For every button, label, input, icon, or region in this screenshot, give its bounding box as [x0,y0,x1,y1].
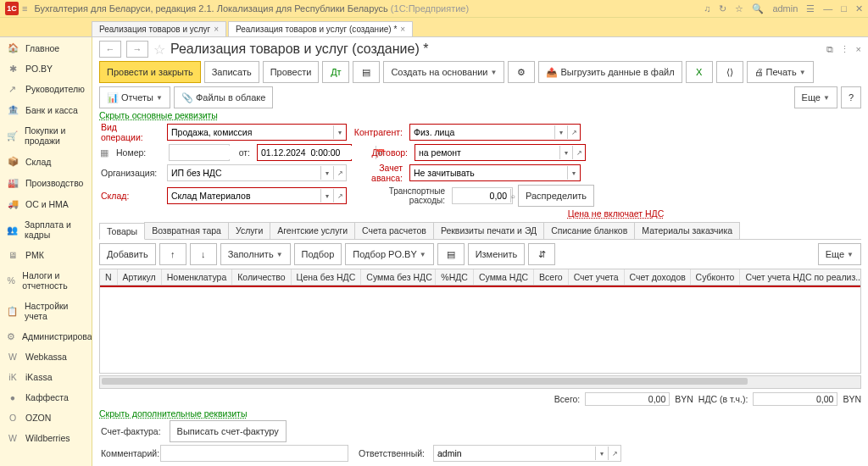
counterparty-input[interactable] [410,125,554,139]
nav-back-button[interactable]: ← [99,41,121,58]
transport-field[interactable]: ⌕ [452,187,513,204]
tab-close-icon[interactable]: × [214,25,219,34]
grid-header[interactable]: Артикул [118,269,162,285]
transport-input[interactable] [453,189,510,202]
grid-header[interactable]: %НДС [436,269,474,285]
tab-active[interactable]: Реализация товаров и услуг (создание) * … [228,21,413,36]
sidebar-item-9[interactable]: 🖥РМК [0,245,92,265]
write-sf-button[interactable]: Выписать счет-фактуру [170,420,287,442]
calc-icon[interactable]: ⌕ [510,189,515,202]
grid-header[interactable]: Всего [534,269,569,285]
advance-field[interactable]: ▾ [409,164,581,181]
date-field[interactable]: 📅 [257,144,352,161]
sidebar-item-8[interactable]: 👥Зарплата и кадры [0,214,92,245]
open-icon[interactable]: ↗ [333,189,346,202]
open-icon[interactable]: ↗ [567,125,580,139]
print-button[interactable]: 🖨 Печать▼ [747,61,814,83]
change-button[interactable]: Изменить [468,243,526,265]
sidebar-item-14[interactable]: iKiKassa [0,367,92,387]
add-row-button[interactable]: Добавить [99,243,156,265]
create-based-button[interactable]: Создать на основании▼ [383,61,504,83]
dropdown-icon[interactable]: ▾ [554,125,567,139]
dropdown-icon[interactable]: ▾ [595,447,608,460]
dropdown-icon[interactable]: ▾ [567,166,580,180]
grid-header[interactable]: Количество [232,269,291,285]
post-button[interactable]: Провести [263,61,320,83]
history-icon[interactable]: ↻ [719,3,726,14]
extra-icon-button[interactable]: ⇵ [528,243,555,265]
dt-icon-button[interactable]: Дт [322,61,349,83]
pick-button[interactable]: Подбор [294,243,342,265]
op-type-input[interactable] [168,125,333,139]
horizontal-scrollbar[interactable] [99,375,861,389]
dropdown-icon[interactable]: ▾ [559,146,572,159]
nav-fwd-button[interactable]: → [126,41,148,58]
pick-po-button[interactable]: Подбор PO.BY▼ [345,243,433,265]
inner-tab-1[interactable]: Возвратная тара [144,222,229,239]
resp-field[interactable]: ▾ ↗ [433,445,621,462]
minimize-icon[interactable]: — [823,3,832,14]
inner-tab-6[interactable]: Списание бланков [543,222,635,239]
grid-header[interactable]: Счет учета НДС по реализ... [740,269,861,285]
post-close-button[interactable]: Провести и закрыть [99,61,201,83]
counterparty-field[interactable]: ▾ ↗ [409,124,581,141]
sidebar-item-0[interactable]: 🏠Главное [0,37,92,58]
sidebar-item-4[interactable]: 🛒Покупки и продажи [0,120,92,151]
org-input[interactable] [168,166,320,180]
org-field[interactable]: ▾ ↗ [167,164,347,181]
sidebar-item-13[interactable]: WWebkassa [0,347,92,367]
upload-file-button[interactable]: 📤 Выгрузить данные в файл [538,61,682,83]
grid-header[interactable]: Цена без НДС [292,269,362,285]
excel-icon-button[interactable]: X [686,61,713,83]
table-more-button[interactable]: Еще▼ [818,243,861,265]
comment-input[interactable] [161,447,348,460]
inner-tab-3[interactable]: Агентские услуги [270,222,355,239]
inner-tab-0[interactable]: Товары [99,223,145,240]
tab-close-icon[interactable]: × [400,25,405,34]
close-icon[interactable]: ✕ [855,3,863,14]
sidebar-item-11[interactable]: 📋Настройки учета [0,296,92,326]
open-icon[interactable]: ↗ [608,447,620,460]
tab-background[interactable]: Реализация товаров и услуг × [92,21,226,36]
contract-field[interactable]: ▾ ↗ [415,144,586,161]
open-icon[interactable]: ↗ [572,146,585,159]
sidebar-item-6[interactable]: 🏭Производство [0,172,92,193]
maximize-icon[interactable]: □ [841,3,847,14]
sidebar-item-1[interactable]: ✱PO.BY [0,58,92,79]
grid-header[interactable]: N [100,269,118,285]
sidebar-item-3[interactable]: 🏦Банк и касса [0,99,92,120]
struct-icon-button[interactable]: ▤ [353,61,380,83]
warehouse-input[interactable] [168,189,320,202]
sidebar-item-12[interactable]: ⚙Администрирование [0,326,92,347]
move-up-button[interactable]: ↑ [159,243,186,265]
distribute-button[interactable]: Распределить [518,185,594,207]
advance-input[interactable] [410,166,567,180]
username[interactable]: admin [772,3,798,14]
write-button[interactable]: Записать [204,61,259,83]
resp-input[interactable] [434,447,595,460]
number-field[interactable] [169,144,230,161]
op-type-field[interactable]: ▾ [167,124,347,141]
sidebar-item-17[interactable]: WWildberries [0,428,92,448]
search-icon[interactable]: 🔍 [752,3,764,14]
grid-header[interactable]: Субконто [691,269,741,285]
cloud-files-button[interactable]: 📎 Файлы в облаке [174,86,273,108]
grid-header[interactable]: Счет учета [569,269,625,285]
contract-input[interactable] [415,146,559,159]
inner-tab-4[interactable]: Счета расчетов [354,222,434,239]
grid-header[interactable]: Счет доходов [625,269,691,285]
sidebar-item-5[interactable]: 📦Склад [0,151,92,172]
inner-tab-5[interactable]: Реквизиты печати и ЭД [433,222,544,239]
comment-field[interactable] [160,445,348,462]
sidebar-item-15[interactable]: ●Каффеста [0,387,92,408]
scan-icon-button[interactable]: ▤ [437,243,465,265]
close-page-icon[interactable]: × [856,44,861,55]
sidebar-item-7[interactable]: 🚚ОС и НМА [0,193,92,214]
favorite-icon[interactable]: ☆ [153,42,165,58]
goods-table[interactable]: NАртикулНоменклатураКоличествоЦена без Н… [99,269,861,374]
grid-header[interactable]: Номенклатура [162,269,232,285]
menu-icon[interactable]: ☰ [806,3,815,14]
xml-icon-button[interactable]: ⟨⟩ [716,61,743,83]
dropdown-icon[interactable]: ▾ [320,166,333,180]
grid-header[interactable]: Сумма без НДС [361,269,436,285]
